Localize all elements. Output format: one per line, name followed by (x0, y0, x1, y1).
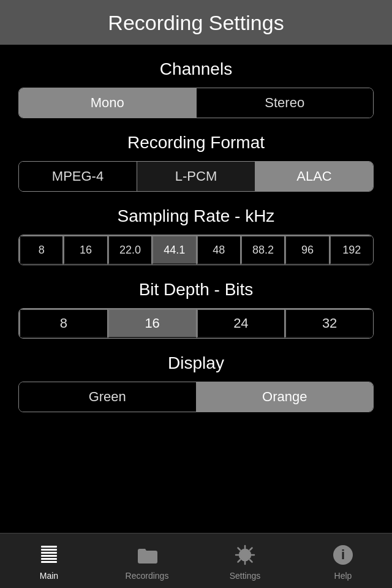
svg-rect-1 (41, 549, 57, 551)
tab-settings[interactable]: Settings (208, 541, 282, 581)
bitdepth-24-button[interactable]: 24 (197, 309, 285, 338)
sampling-rate-control: 8 16 22.0 44.1 48 88.2 96 192 (18, 235, 374, 265)
tab-recordings-label: Recordings (126, 571, 169, 581)
sampling-rate-label: Sampling Rate - kHz (18, 206, 374, 226)
svg-rect-2 (41, 552, 57, 554)
main-icon (36, 541, 62, 568)
page-title: Recording Settings (108, 11, 284, 34)
recording-format-label: Recording Format (18, 133, 374, 153)
bitdepth-32-button[interactable]: 32 (285, 309, 373, 338)
channels-control: Mono Stereo (18, 88, 374, 118)
display-green-button[interactable]: Green (19, 382, 197, 412)
tab-recordings[interactable]: Recordings (110, 541, 184, 581)
tab-main[interactable]: Main (12, 541, 86, 581)
display-orange-button[interactable]: Orange (197, 382, 374, 412)
format-lpcm-button[interactable]: L-PCM (137, 162, 255, 191)
channels-stereo-button[interactable]: Stereo (197, 88, 374, 118)
sampling-48-button[interactable]: 48 (197, 235, 241, 265)
tab-help[interactable]: i Help (306, 541, 380, 581)
sampling-44-button[interactable]: 44.1 (152, 235, 196, 265)
tab-bar: Main Recordings Settings i (0, 533, 392, 588)
sampling-88-button[interactable]: 88.2 (241, 235, 285, 265)
display-control: Green Orange (18, 382, 374, 412)
tab-help-label: Help (334, 571, 352, 581)
svg-rect-3 (41, 555, 57, 557)
recording-format-control: MPEG-4 L-PCM ALAC (18, 161, 374, 192)
sampling-8-button[interactable]: 8 (19, 235, 63, 265)
format-alac-button[interactable]: ALAC (255, 162, 373, 191)
channels-label: Channels (18, 59, 374, 79)
main-content: Channels Mono Stereo Recording Format MP… (0, 45, 392, 533)
svg-rect-4 (41, 558, 57, 560)
bit-depth-label: Bit Depth - Bits (18, 280, 374, 300)
bitdepth-16-button[interactable]: 16 (108, 309, 197, 338)
channels-mono-button[interactable]: Mono (19, 88, 197, 118)
sampling-192-button[interactable]: 192 (330, 235, 373, 265)
header: Recording Settings (0, 0, 392, 45)
display-label: Display (18, 353, 374, 373)
svg-rect-0 (41, 546, 57, 548)
settings-icon (232, 541, 258, 568)
sampling-22-button[interactable]: 22.0 (108, 235, 152, 265)
bit-depth-control: 8 16 24 32 (18, 308, 374, 339)
sampling-16-button[interactable]: 16 (63, 235, 107, 265)
svg-text:i: i (341, 547, 345, 562)
bitdepth-8-button[interactable]: 8 (19, 309, 108, 338)
tab-main-label: Main (40, 571, 58, 581)
sampling-96-button[interactable]: 96 (285, 235, 329, 265)
tab-settings-label: Settings (230, 571, 261, 581)
help-icon: i (330, 541, 356, 568)
recordings-icon (134, 541, 160, 568)
svg-point-7 (239, 549, 251, 560)
format-mpeg4-button[interactable]: MPEG-4 (19, 162, 137, 191)
svg-rect-5 (41, 561, 57, 563)
